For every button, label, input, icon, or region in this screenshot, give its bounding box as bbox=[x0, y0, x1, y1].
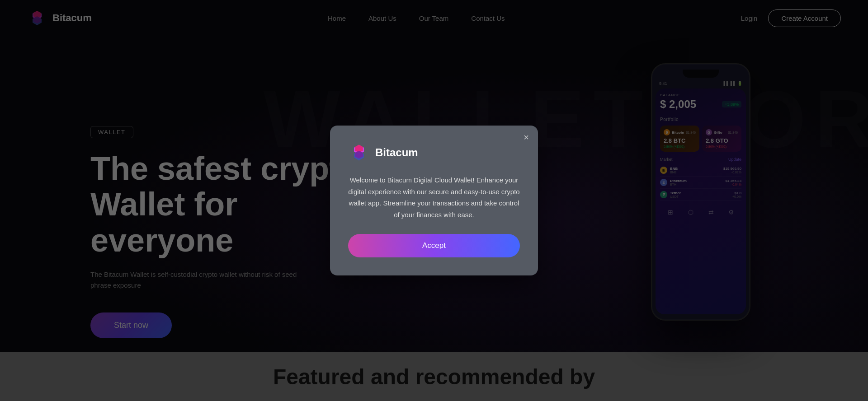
modal-brand-name: Bitacum bbox=[375, 146, 418, 159]
modal-close-button[interactable]: × bbox=[524, 133, 529, 142]
modal-dialog: × Bitacum Welcome to Bitacum Digital Clo… bbox=[330, 126, 538, 275]
modal-body-text: Welcome to Bitacum Digital Cloud Wallet!… bbox=[348, 174, 520, 220]
modal-logo-icon bbox=[348, 142, 370, 163]
accept-button[interactable]: Accept bbox=[348, 234, 520, 257]
modal-logo: Bitacum bbox=[348, 142, 520, 163]
modal-overlay[interactable]: × Bitacum Welcome to Bitacum Digital Clo… bbox=[0, 0, 868, 401]
